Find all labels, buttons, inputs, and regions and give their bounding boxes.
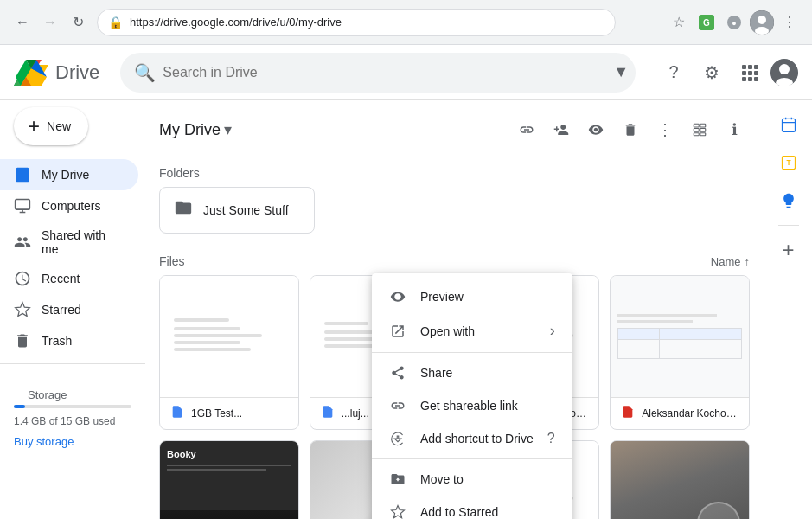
sidebar-item-label-shared: Shared with me [42,228,125,256]
extension-1-button[interactable]: G [694,10,719,35]
new-plus-icon: + [28,116,40,137]
svg-rect-20 [748,77,752,81]
sidebar-item-recent[interactable]: Recent [0,263,138,294]
svg-rect-26 [694,124,699,127]
recent-icon [14,270,31,287]
sidebar-item-shared[interactable]: Shared with me [0,221,138,263]
file-preview-5: Booky [160,441,298,519]
sidebar-item-trash[interactable]: Trash [0,325,138,356]
search-input-wrapper[interactable]: 🔍 ▼ [120,53,636,93]
right-panel-keep-button[interactable] [771,183,806,218]
toolbar-actions: ⋮ ℹ [511,114,750,145]
extension-2-button[interactable]: ● [722,10,746,35]
drive-logo: Drive [14,58,99,87]
doc-icon-1 [170,405,184,422]
search-bar: 🔍 ▼ [120,53,636,93]
context-share-label: Share [420,366,452,380]
context-preview-label: Preview [420,290,464,304]
svg-text:●: ● [732,19,736,28]
sidebar-item-computers[interactable]: Computers [0,190,138,221]
share-menu-icon [389,365,406,381]
browser-profile-avatar[interactable] [750,10,774,35]
right-panel-calendar-button[interactable] [771,107,806,142]
apps-button[interactable] [732,55,767,90]
link-button[interactable] [511,114,542,145]
profile-avatar[interactable] [770,59,798,86]
sidebar: + New My Drive Computers [0,100,145,519]
folders-grid: Just Some Stuff [159,187,750,234]
file-name-4: Aleksandar Kochovski In... [642,407,738,420]
file-preview-8 [611,441,749,519]
context-menu-get-link[interactable]: Get shareable link [372,389,572,422]
svg-rect-27 [694,129,699,132]
name-sort[interactable]: Name ↑ [711,255,750,268]
files-label: Files [159,254,185,268]
search-input[interactable] [163,65,606,80]
more-options-button[interactable]: ⋮ [649,114,681,145]
svg-rect-13 [742,65,746,69]
files-section-header: Files Name ↑ [159,247,750,275]
help-button[interactable]: ? [656,55,691,90]
right-panel-tasks-button[interactable]: T [771,145,806,180]
refresh-button[interactable]: ↻ [66,10,90,35]
context-menu-add-shortcut[interactable]: Add shortcut to Drive ? [372,422,572,455]
app-body: + New My Drive Computers [0,100,812,519]
storage-section: Storage 1.4 GB of 15 GB used Buy storage [0,371,145,458]
settings-button[interactable]: ⚙ [694,55,729,90]
header-actions: ? ⚙ [656,55,798,90]
info-button[interactable]: ℹ [719,114,750,145]
context-add-shortcut-label: Add shortcut to Drive [420,432,534,445]
file-info-4: Aleksandar Kochovski In... [611,397,749,429]
new-button-label: New [47,119,71,133]
context-menu-preview[interactable]: Preview [372,280,572,313]
delete-button[interactable] [615,114,646,145]
open-with-menu-icon [389,324,406,339]
context-menu-divider-2 [372,458,572,459]
computers-icon [14,197,31,215]
svg-text:T: T [786,158,790,167]
sidebar-item-starred[interactable]: Starred [0,294,138,325]
sidebar-item-label-recent: Recent [42,272,80,285]
context-move-to-label: Move to [420,472,464,486]
svg-rect-18 [754,71,758,75]
star-button[interactable]: ☆ [667,10,691,35]
context-open-with-label: Open with [420,324,475,338]
star-menu-icon [389,504,406,519]
back-button[interactable]: ← [10,10,35,35]
sidebar-item-my-drive[interactable]: My Drive [0,159,138,190]
svg-rect-16 [742,71,746,75]
forward-button[interactable]: → [38,10,62,35]
add-people-button[interactable] [546,114,577,145]
svg-rect-28 [694,133,699,136]
preview-button[interactable] [580,114,611,145]
search-dropdown-button[interactable]: ▼ [613,63,629,81]
right-panel-add-button[interactable]: + [771,233,806,267]
context-menu-divider-1 [372,352,572,353]
buy-storage-button[interactable]: Buy storage [14,435,74,448]
file-card-5[interactable]: Booky Booky Bo... [159,440,299,519]
new-button[interactable]: + New [14,107,88,145]
url-text: https://drive.google.com/drive/u/0/my-dr… [130,16,342,29]
breadcrumb-row: My Drive ▾ ⋮ ℹ [159,107,750,159]
context-menu-move-to[interactable]: Move to [372,463,572,496]
trash-icon [14,332,31,349]
file-card-4[interactable]: Aleksandar Kochovski In... [610,275,750,430]
svg-text:G: G [703,18,710,28]
file-card-8[interactable]: Picture 1.jpg [610,440,750,519]
shortcut-help-icon[interactable]: ? [547,431,555,446]
layout-toggle-button[interactable] [684,114,715,145]
context-menu-add-starred[interactable]: Add to Starred [372,496,572,519]
sidebar-divider [0,363,145,364]
file-card-1[interactable]: 1GB Test... [159,275,299,430]
browser-nav-buttons: ← → ↻ [10,10,90,35]
sort-arrow-icon: ↑ [745,255,751,268]
context-menu-share[interactable]: Share [372,356,572,389]
right-panel-divider [778,225,799,226]
breadcrumb-dropdown-icon[interactable]: ▾ [224,120,232,139]
address-bar[interactable]: 🔒 https://drive.google.com/drive/u/0/my-… [97,9,616,36]
name-sort-label: Name [711,255,741,268]
context-menu-open-with[interactable]: Open with › [372,313,572,349]
search-icon-button[interactable]: 🔍 [134,62,156,83]
browser-more-button[interactable]: ⋮ [777,10,802,35]
folder-card-just-some-stuff[interactable]: Just Some Stuff [159,187,315,234]
